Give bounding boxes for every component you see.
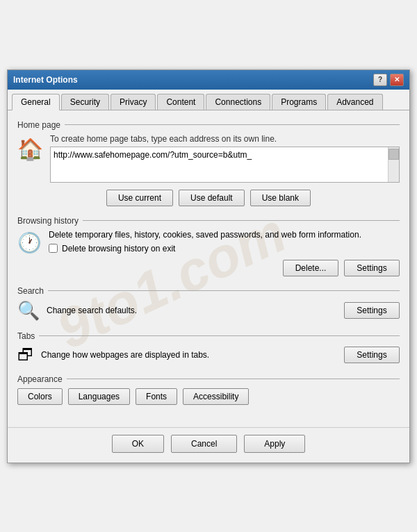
tabs-description: Change how webpages are displayed in tab… — [41, 350, 337, 360]
home-icon: 🏠 — [17, 137, 43, 161]
main-content: 9to1.com Home page 🏠 To create home page… — [8, 110, 409, 424]
tab-connections[interactable]: Connections — [206, 94, 270, 110]
appearance-section-title: Appearance — [17, 374, 400, 384]
tab-privacy[interactable]: Privacy — [111, 94, 156, 110]
search-icon: 🔍 — [17, 300, 40, 322]
help-button[interactable]: ? — [373, 74, 387, 86]
accessibility-button[interactable]: Accessibility — [183, 388, 249, 405]
search-section-title: Search — [17, 286, 400, 296]
internet-options-window: Internet Options ? ✕ General Security Pr… — [7, 69, 410, 463]
tabs-area: 🗗 Change how webpages are displayed in t… — [17, 345, 400, 365]
delete-button[interactable]: Delete... — [283, 260, 338, 276]
homepage-section: Home page 🏠 To create home page tabs, ty… — [17, 120, 400, 206]
colors-button[interactable]: Colors — [17, 388, 63, 405]
search-description: Change search defaults. — [47, 306, 337, 315]
search-area: 🔍 Change search defaults. Settings — [17, 300, 400, 322]
history-settings-button[interactable]: Settings — [344, 260, 400, 276]
fonts-button[interactable]: Fonts — [136, 388, 177, 405]
title-bar: Internet Options ? ✕ — [8, 70, 409, 90]
use-blank-button[interactable]: Use blank — [250, 190, 311, 206]
appearance-buttons: Colors Languages Fonts Accessibility — [17, 388, 400, 405]
history-right: Delete temporary files, history, cookies… — [49, 230, 400, 253]
tabs-section: Tabs 🗗 Change how webpages are displayed… — [17, 331, 400, 365]
tabs-section-title: Tabs — [17, 331, 400, 341]
homepage-description: To create home page tabs, type each addr… — [50, 134, 400, 144]
url-input[interactable] — [51, 147, 388, 182]
ok-button[interactable]: OK — [112, 435, 164, 453]
cancel-button[interactable]: Cancel — [171, 435, 237, 453]
tabs-settings-button[interactable]: Settings — [344, 347, 400, 363]
apply-button[interactable]: Apply — [244, 435, 305, 453]
delete-on-exit-checkbox[interactable] — [49, 244, 58, 253]
url-wrapper — [50, 147, 400, 183]
browsing-history-title: Browsing history — [17, 216, 400, 226]
history-description: Delete temporary files, history, cookies… — [49, 230, 400, 240]
homepage-section-title: Home page — [17, 120, 400, 130]
tabs-icon: 🗗 — [17, 345, 34, 365]
history-icon: 🕐 — [17, 231, 42, 254]
title-bar-buttons: ? ✕ — [373, 74, 404, 86]
homepage-right: To create home page tabs, type each addr… — [50, 134, 400, 183]
tab-security[interactable]: Security — [61, 94, 109, 110]
close-button[interactable]: ✕ — [390, 74, 404, 86]
search-section: Search 🔍 Change search defaults. Setting… — [17, 286, 400, 322]
url-scrollbar[interactable] — [388, 147, 399, 182]
browsing-history-section: Browsing history 🕐 Delete temporary file… — [17, 216, 400, 276]
appearance-section: Appearance Colors Languages Fonts Access… — [17, 374, 400, 405]
homepage-area: 🏠 To create home page tabs, type each ad… — [17, 134, 400, 183]
search-settings-button[interactable]: Settings — [344, 302, 400, 319]
tab-programs[interactable]: Programs — [272, 94, 326, 110]
tab-general[interactable]: General — [12, 94, 60, 110]
tab-content[interactable]: Content — [157, 94, 204, 110]
history-area: 🕐 Delete temporary files, history, cooki… — [17, 230, 400, 254]
languages-button[interactable]: Languages — [68, 388, 130, 405]
delete-on-exit-row: Delete browsing history on exit — [49, 244, 400, 253]
bottom-bar: OK Cancel Apply — [8, 427, 409, 463]
use-current-button[interactable]: Use current — [106, 190, 173, 206]
use-default-button[interactable]: Use default — [179, 190, 245, 206]
tabs-bar: General Security Privacy Content Connect… — [8, 90, 409, 110]
window-title: Internet Options — [13, 75, 78, 85]
homepage-buttons: Use current Use default Use blank — [17, 190, 400, 206]
tab-advanced[interactable]: Advanced — [327, 94, 382, 110]
delete-on-exit-label: Delete browsing history on exit — [62, 244, 175, 253]
scroll-thumb — [389, 149, 399, 160]
history-buttons: Delete... Settings — [17, 260, 400, 276]
